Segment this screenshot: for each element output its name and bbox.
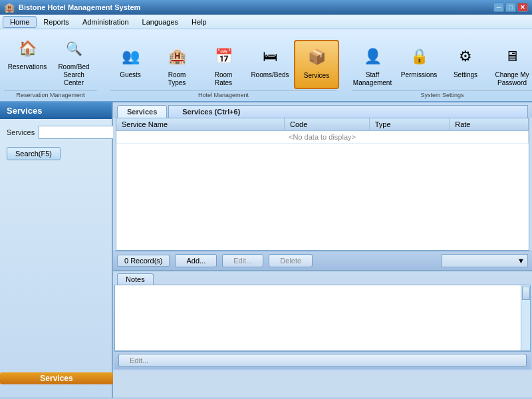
notes-scrollbar[interactable]	[521, 285, 530, 350]
toolbar-btn-rooms-beds[interactable]: 🛏 Rooms/Beds	[247, 40, 293, 89]
maximize-button[interactable]: □	[505, 3, 516, 12]
change-password-label: Change MyPassword	[495, 71, 529, 87]
reservations-icon: 🏠	[14, 35, 41, 62]
staff-icon: 👤	[359, 43, 386, 70]
col-code: Code	[284, 118, 369, 131]
notes-tab-bar: Notes	[114, 271, 531, 285]
guests-icon: 👥	[117, 43, 144, 70]
tab-title: Services (Ctrl+6)	[168, 105, 528, 118]
toolbar-group-reservation: 🏠 Reservations 🔍 Room/BedSearch Center R…	[4, 32, 97, 98]
add-button[interactable]: Add...	[175, 254, 217, 267]
toolbar-btn-guests[interactable]: 👥 Guests	[108, 40, 153, 89]
app-icon: 🏨	[4, 3, 15, 13]
notes-footer: Edit...	[114, 351, 531, 369]
delete-button[interactable]: Delete	[269, 254, 313, 267]
toolbar: 🏠 Reservations 🔍 Room/BedSearch Center R…	[0, 29, 532, 102]
toolbar-btn-room-search[interactable]: 🔍 Room/BedSearch Center	[51, 32, 96, 89]
services-label: Services	[304, 72, 329, 80]
title-bar: 🏨 Bistone Hotel Management System ─ □ ✕	[0, 0, 532, 15]
settings-icon: ⚙	[452, 43, 479, 70]
window-controls: ─ □ ✕	[493, 3, 528, 12]
change-password-icon: 🖥	[499, 43, 525, 70]
main-area: Services Services Search(F5) Services Se…	[0, 102, 532, 398]
notes-textarea[interactable]	[118, 288, 518, 348]
reservation-group-label: Reservation Management	[4, 90, 97, 98]
settings-label: Settings	[454, 71, 477, 79]
record-count: 0 Record(s)	[117, 255, 170, 267]
col-type: Type	[369, 118, 450, 131]
left-panel: Services Services Search(F5) Services	[0, 102, 113, 398]
close-button[interactable]: ✕	[517, 3, 528, 12]
toolbar-btn-room-rates[interactable]: 📅 RoomRates	[201, 40, 246, 89]
room-rates-label: RoomRates	[215, 71, 233, 87]
guests-label: Guests	[120, 71, 141, 79]
notes-scrollbar-thumb	[522, 287, 530, 300]
right-panel: Services Services (Ctrl+6) Service Name …	[113, 102, 532, 398]
menu-bar: Home Reports Administration Languages He…	[0, 15, 532, 29]
room-types-label: RoomTypes	[168, 71, 186, 87]
notes-tab[interactable]: Notes	[117, 273, 154, 285]
minimize-button[interactable]: ─	[493, 3, 504, 12]
bottom-label: Services	[0, 372, 113, 384]
notes-section: Notes Edit...	[113, 270, 532, 370]
left-panel-content: Services Search(F5)	[0, 119, 112, 398]
menu-reports[interactable]: Reports	[37, 17, 76, 27]
app-title: Bistone Hotel Management System	[19, 3, 140, 11]
menu-home[interactable]: Home	[3, 16, 37, 28]
services-filter-label: Services	[7, 128, 35, 136]
tab-services[interactable]: Services	[117, 105, 167, 118]
toolbar-btn-room-types[interactable]: 🏨 RoomTypes	[154, 40, 200, 89]
nav-dropdown[interactable]: ▼	[442, 254, 528, 267]
menu-administration[interactable]: Administration	[76, 17, 136, 27]
search-button[interactable]: Search(F5)	[7, 147, 61, 160]
staff-label: StaffManagement	[353, 71, 392, 87]
table-no-data: <No data to display>	[116, 131, 529, 144]
rooms-beds-label: Rooms/Beds	[251, 71, 289, 79]
system-group-label: System Settings	[352, 90, 532, 98]
rooms-beds-icon: 🛏	[257, 43, 283, 70]
col-service-name: Service Name	[116, 118, 284, 131]
services-filter-row: Services	[7, 126, 105, 139]
reservations-label: Reservations	[8, 63, 47, 71]
toolbar-btn-reservations[interactable]: 🏠 Reservations	[5, 32, 50, 89]
room-search-icon: 🔍	[61, 35, 87, 62]
toolbar-btn-permissions[interactable]: 🔒 Permissions	[396, 40, 442, 89]
col-rate: Rate	[450, 118, 529, 131]
menu-help[interactable]: Help	[185, 17, 213, 27]
nav-dropdown-arrow: ▼	[517, 257, 525, 265]
data-table: Service Name Code Type Rate <No data to …	[116, 118, 529, 144]
toolbar-btn-staff[interactable]: 👤 StaffManagement	[350, 40, 395, 89]
notes-edit-button[interactable]: Edit...	[118, 354, 527, 367]
table-footer: 0 Record(s) Add... Edit... Delete ▼	[113, 251, 532, 270]
edit-button[interactable]: Edit...	[222, 254, 263, 267]
room-search-label: Room/BedSearch Center	[55, 63, 93, 87]
room-rates-icon: 📅	[210, 43, 237, 70]
services-icon: 📦	[303, 44, 330, 70]
table-container: Service Name Code Type Rate <No data to …	[116, 118, 529, 251]
menu-languages[interactable]: Languages	[136, 17, 185, 27]
notes-area	[114, 285, 531, 351]
room-types-icon: 🏨	[164, 43, 190, 70]
hotel-group-label: Hotel Management	[110, 90, 336, 98]
toolbar-group-system: 👤 StaffManagement 🔒 Permissions ⚙ Settin…	[350, 40, 532, 98]
tab-bar: Services Services (Ctrl+6)	[113, 102, 532, 118]
toolbar-btn-settings[interactable]: ⚙ Settings	[443, 40, 488, 89]
left-panel-title: Services	[0, 102, 112, 119]
toolbar-group-hotel: 👥 Guests 🏨 RoomTypes 📅 RoomRates 🛏 Rooms…	[108, 40, 339, 98]
toolbar-btn-services[interactable]: 📦 Services	[294, 40, 339, 89]
permissions-label: Permissions	[401, 71, 437, 79]
toolbar-btn-change-password[interactable]: 🖥 Change MyPassword	[489, 40, 532, 89]
permissions-icon: 🔒	[406, 43, 432, 70]
